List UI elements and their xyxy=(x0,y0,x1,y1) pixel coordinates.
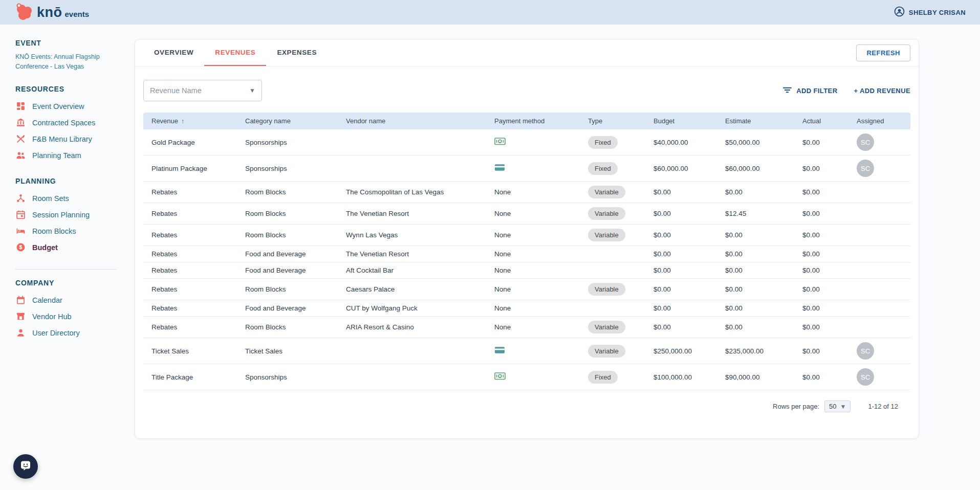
table-row[interactable]: RebatesRoom BlocksThe Cosmopolitan of La… xyxy=(143,182,910,203)
brand[interactable]: knō events xyxy=(14,2,89,23)
revenue-name-filter-select[interactable]: Revenue Name ▼ xyxy=(143,80,262,101)
sidebar-item-f-b-menu-library[interactable]: F&B Menu Library xyxy=(15,131,135,147)
cell-payment-method xyxy=(486,129,580,155)
type-chip: Fixed xyxy=(588,371,618,384)
assignee-avatar[interactable]: SC xyxy=(857,368,874,386)
table-row[interactable]: RebatesRoom BlocksWynn Las VegasNoneVari… xyxy=(143,225,910,246)
cell-budget: $0.00 xyxy=(645,300,717,317)
add-filter-button[interactable]: ADD FILTER xyxy=(783,87,837,95)
table-row[interactable]: Title PackageSponsorshipsFixed$100,000.0… xyxy=(143,364,910,390)
table-row[interactable]: RebatesFood and BeverageAft Cocktail Bar… xyxy=(143,262,910,279)
table-row[interactable]: RebatesRoom BlocksARIA Resort & CasinoNo… xyxy=(143,317,910,338)
table-header-row: Revenue↑Category nameVendor namePayment … xyxy=(143,113,910,129)
team-icon xyxy=(15,150,26,161)
column-header-assigned[interactable]: Assigned xyxy=(848,113,910,129)
table-row[interactable]: RebatesRoom BlocksCaesars PalaceNoneVari… xyxy=(143,279,910,300)
column-header-category-name[interactable]: Category name xyxy=(237,113,338,129)
cell-category: Room Blocks xyxy=(237,182,338,203)
user-menu[interactable]: SHELBY CRISAN xyxy=(894,6,966,18)
sidebar-item-session-planning[interactable]: Session Planning xyxy=(15,207,135,223)
column-header-estimate[interactable]: Estimate xyxy=(717,113,794,129)
sidebar-item-calendar[interactable]: Calendar xyxy=(15,292,135,308)
cell-budget: $250,000.00 xyxy=(645,338,717,364)
credit-card-icon xyxy=(494,346,505,354)
cell-vendor: The Cosmopolitan of Las Vegas xyxy=(338,182,486,203)
sidebar-item-event-overview[interactable]: Event Overview xyxy=(15,98,135,115)
sidebar-item-planning-team[interactable]: Planning Team xyxy=(15,147,135,164)
bed-icon xyxy=(15,226,26,236)
cell-category: Room Blocks xyxy=(237,317,338,338)
cell-payment-method: None xyxy=(486,246,580,262)
cell-actual: $0.00 xyxy=(794,246,848,262)
cell-assigned xyxy=(848,225,910,246)
cell-assigned xyxy=(848,182,910,203)
sidebar-section-resources: RESOURCESEvent OverviewContracted Spaces… xyxy=(15,85,135,164)
table-row[interactable]: RebatesFood and BeverageThe Venetian Res… xyxy=(143,246,910,262)
table-row[interactable]: RebatesFood and BeverageCUT by Wolfgang … xyxy=(143,300,910,317)
cell-vendor: Aft Cocktail Bar xyxy=(338,262,486,279)
cell-estimate: $60,000.00 xyxy=(717,155,794,182)
column-header-type[interactable]: Type xyxy=(580,113,645,129)
cell-estimate: $0.00 xyxy=(717,246,794,262)
add-revenue-button[interactable]: + ADD REVENUE xyxy=(854,87,910,95)
topbar: knō events SHELBY CRISAN xyxy=(0,0,980,25)
cell-assigned: SC xyxy=(848,155,910,182)
column-header-revenue[interactable]: Revenue↑ xyxy=(143,113,237,129)
tab-expenses[interactable]: EXPENSES xyxy=(266,39,328,66)
cell-estimate: $0.00 xyxy=(717,225,794,246)
cell-category: Room Blocks xyxy=(237,203,338,225)
sidebar-item-label: Contracted Spaces xyxy=(32,119,95,127)
cell-category: Food and Beverage xyxy=(237,246,338,262)
sidebar-item-room-blocks[interactable]: Room Blocks xyxy=(15,223,135,239)
rows-per-page-select[interactable]: 50 ▼ xyxy=(824,400,851,412)
sidebar-item-contracted-spaces[interactable]: Contracted Spaces xyxy=(15,115,135,131)
sidebar-item-label: Room Blocks xyxy=(32,227,76,235)
tab-revenues[interactable]: REVENUES xyxy=(204,39,266,66)
cell-revenue: Gold Package xyxy=(143,129,237,155)
column-header-vendor-name[interactable]: Vendor name xyxy=(338,113,486,129)
assignee-avatar[interactable]: SC xyxy=(857,133,874,151)
revenues-table: Revenue↑Category nameVendor namePayment … xyxy=(143,113,910,390)
cell-actual: $0.00 xyxy=(794,129,848,155)
cell-payment-method: None xyxy=(486,182,580,203)
cell-category: Food and Beverage xyxy=(237,262,338,279)
cell-vendor xyxy=(338,364,486,390)
sidebar-item-label: Planning Team xyxy=(32,151,81,160)
utensils-icon xyxy=(15,134,26,144)
cell-payment-method: None xyxy=(486,262,580,279)
cell-type: Variable xyxy=(580,203,645,225)
cell-vendor: Caesars Palace xyxy=(338,279,486,300)
cash-icon xyxy=(494,372,506,380)
sidebar-item-user-directory[interactable]: User Directory xyxy=(15,325,135,341)
refresh-button[interactable]: REFRESH xyxy=(856,44,910,61)
cell-actual: $0.00 xyxy=(794,155,848,182)
person-icon xyxy=(15,328,26,338)
cell-estimate: $50,000.00 xyxy=(717,129,794,155)
sidebar-item-budget[interactable]: $Budget xyxy=(15,239,135,256)
cell-assigned: SC xyxy=(848,338,910,364)
credit-card-icon xyxy=(494,164,505,171)
table-row[interactable]: RebatesRoom BlocksThe Venetian ResortNon… xyxy=(143,203,910,225)
cell-payment-method: None xyxy=(486,300,580,317)
sidebar-item-room-sets[interactable]: Room Sets xyxy=(15,190,135,207)
tabs-row: OVERVIEWREVENUESEXPENSES REFRESH xyxy=(135,39,919,66)
cell-type: Variable xyxy=(580,182,645,203)
assignee-avatar[interactable]: SC xyxy=(857,160,874,177)
chat-launcher-button[interactable] xyxy=(13,454,38,479)
cash-icon xyxy=(494,138,506,145)
cell-type: Fixed xyxy=(580,364,645,390)
cell-vendor xyxy=(338,155,486,182)
cell-budget: $0.00 xyxy=(645,225,717,246)
table-pagination: Rows per page: 50 ▼ 1-12 of 12 xyxy=(135,390,919,414)
column-header-payment-method[interactable]: Payment method xyxy=(486,113,580,129)
column-header-budget[interactable]: Budget xyxy=(645,113,717,129)
table-row[interactable]: Platinum PackageSponsorshipsFixed$60,000… xyxy=(143,155,910,182)
cell-payment-method xyxy=(486,338,580,364)
tab-overview[interactable]: OVERVIEW xyxy=(143,39,204,66)
table-row[interactable]: Gold PackageSponsorshipsFixed$40,000.00$… xyxy=(143,129,910,155)
cell-revenue: Rebates xyxy=(143,317,237,338)
table-row[interactable]: Ticket SalesTicket SalesVariable$250,000… xyxy=(143,338,910,364)
column-header-actual[interactable]: Actual xyxy=(794,113,848,129)
sidebar-item-vendor-hub[interactable]: Vendor Hub xyxy=(15,308,135,325)
assignee-avatar[interactable]: SC xyxy=(857,342,874,360)
